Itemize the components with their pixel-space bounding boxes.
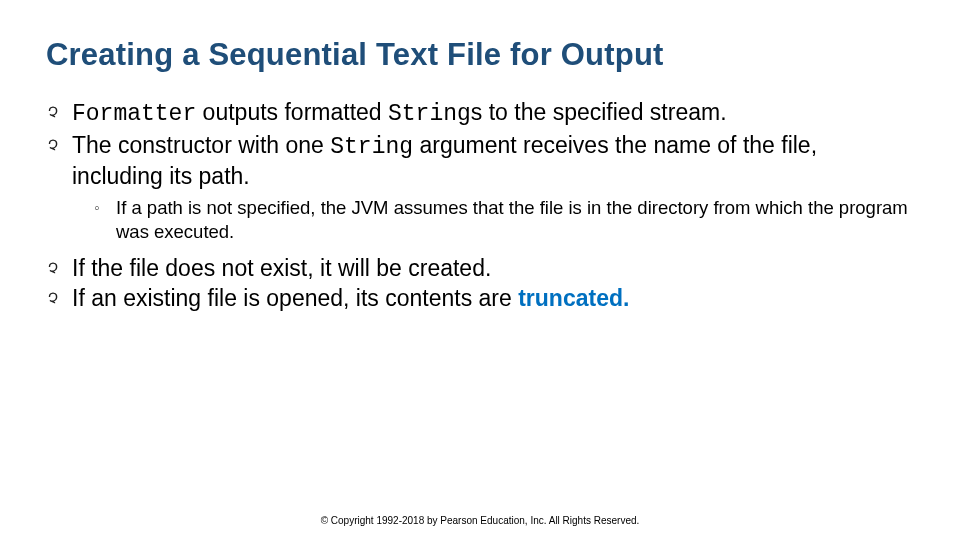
sub-bullet-list: ◦ If a path is not specified, the JVM as… <box>72 196 914 243</box>
bullet-item-4: Չ If an existing file is opened, its con… <box>46 284 914 313</box>
bullet-icon: Չ <box>48 137 58 155</box>
bullet-icon: Չ <box>48 104 58 122</box>
bullet-item-2: Չ The constructor with one String argume… <box>46 131 914 244</box>
bullet-icon: Չ <box>48 290 58 308</box>
bullet-icon: Չ <box>48 260 58 278</box>
text-segment: The constructor with one <box>72 132 330 158</box>
text-segment: outputs formatted <box>196 99 388 125</box>
text-segment: If the file does not exist, it will be c… <box>72 255 491 281</box>
slide: Creating a Sequential Text File for Outp… <box>0 0 960 540</box>
sub-bullet-icon: ◦ <box>94 198 100 218</box>
bullet-list: Չ Formatter outputs formatted Strings to… <box>46 98 914 313</box>
text-segment: Formatter <box>72 101 196 127</box>
text-segment: String <box>330 134 413 160</box>
text-segment: String <box>388 101 471 127</box>
highlighted-word: truncated. <box>518 285 629 311</box>
text-segment: If a path is not specified, the JVM assu… <box>116 197 908 242</box>
text-segment: If an existing file is opened, its conte… <box>72 285 518 311</box>
copyright-footer: © Copyright 1992-2018 by Pearson Educati… <box>0 515 960 526</box>
text-segment: s to the specified stream. <box>471 99 727 125</box>
slide-title: Creating a Sequential Text File for Outp… <box>46 38 914 72</box>
bullet-item-1: Չ Formatter outputs formatted Strings to… <box>46 98 914 129</box>
bullet-item-3: Չ If the file does not exist, it will be… <box>46 254 914 283</box>
sub-bullet-item-1: ◦ If a path is not specified, the JVM as… <box>72 196 914 243</box>
